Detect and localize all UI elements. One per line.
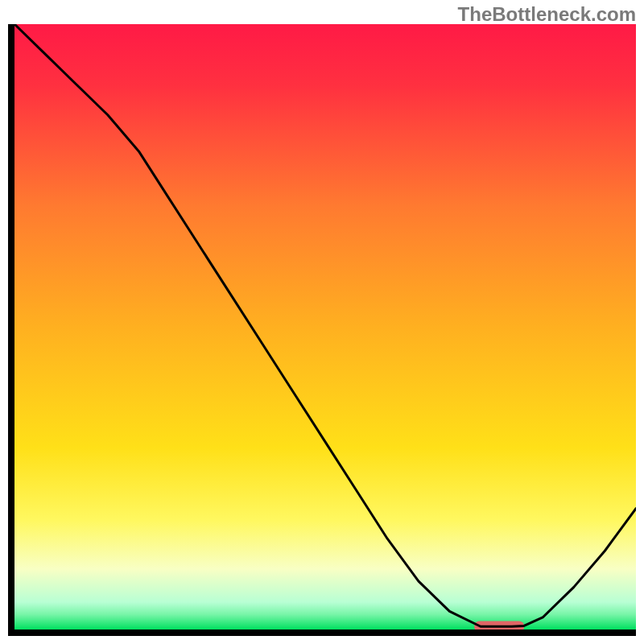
plot-area [14, 24, 636, 630]
plot-frame [8, 24, 636, 636]
chart-container: TheBottleneck.com [0, 0, 644, 644]
plot-svg [14, 24, 636, 630]
watermark-text: TheBottleneck.com [458, 3, 636, 26]
